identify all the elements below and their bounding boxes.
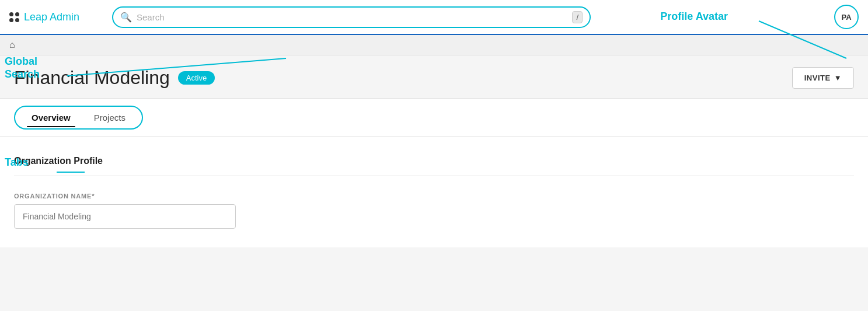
logo-dot-4 (15, 18, 19, 22)
search-icon: 🔍 (120, 12, 132, 23)
logo-dot-3 (9, 18, 13, 22)
section-title-org-profile: Organization Profile (14, 156, 854, 166)
profile-avatar[interactable]: PA (834, 5, 859, 29)
logo-brand: Leap (24, 11, 47, 23)
search-input[interactable] (137, 12, 572, 22)
tab-overview[interactable]: Overview (20, 109, 82, 126)
invite-button[interactable]: INVITE ▼ (792, 67, 854, 89)
search-bar: 🔍 / (112, 6, 591, 28)
org-name-field-label: ORGANIZATION NAME* (14, 193, 854, 200)
search-bar-wrapper: 🔍 / (112, 6, 825, 28)
section-divider (14, 176, 854, 176)
org-name-input[interactable] (14, 204, 236, 229)
search-shortcut-key: / (572, 11, 583, 23)
breadcrumb-bar: ⌂ (0, 35, 868, 55)
tabs-area: Overview Projects (0, 99, 868, 137)
logo-dots (9, 12, 19, 22)
page-title-area: Financial Modeling Active (14, 67, 215, 89)
invite-chevron-icon: ▼ (834, 74, 842, 82)
home-icon[interactable]: ⌂ (9, 40, 15, 50)
logo-dot-1 (9, 12, 13, 16)
tab-projects[interactable]: Projects (82, 109, 137, 126)
invite-label: INVITE (804, 74, 831, 82)
logo-dot-2 (15, 12, 19, 16)
tabs-container: Overview Projects (14, 106, 143, 130)
page-header: Financial Modeling Active INVITE ▼ (0, 55, 868, 99)
logo-area: Leap Admin (9, 11, 103, 23)
main-content: Organization Profile ORGANIZATION NAME* (0, 137, 868, 247)
header: Leap Admin 🔍 / PA (0, 0, 868, 35)
status-badge: Active (178, 71, 215, 85)
logo-suffix: Admin (50, 11, 79, 23)
logo-text: Leap Admin (24, 11, 79, 23)
page-title: Financial Modeling (14, 67, 170, 89)
